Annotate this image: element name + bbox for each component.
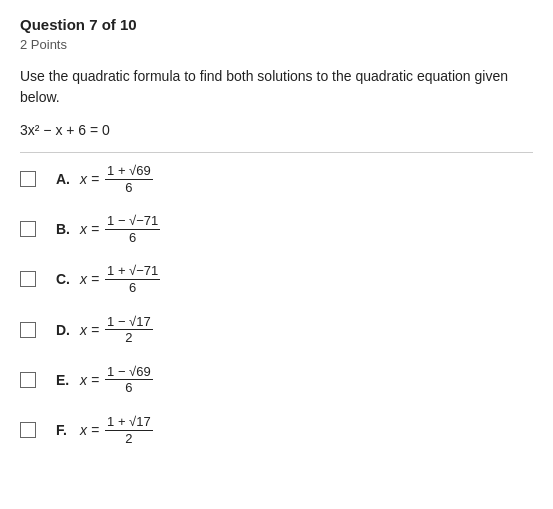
list-item: E. x = 1 − √69 6 (20, 364, 533, 396)
fraction-f: 1 + √17 2 (105, 414, 153, 446)
option-text-b: x = 1 − √−71 6 (80, 213, 160, 245)
list-item: F. x = 1 + √17 2 (20, 414, 533, 446)
numerator-f: 1 + √17 (105, 414, 153, 431)
fraction-a: 1 + √69 6 (105, 163, 153, 195)
checkbox-f[interactable] (20, 422, 36, 438)
x-equals-a: x = (80, 171, 99, 187)
points-label: 2 Points (20, 37, 533, 52)
x-equals-b: x = (80, 221, 99, 237)
option-label-b: B. (56, 221, 74, 237)
checkbox-a[interactable] (20, 171, 36, 187)
numerator-a: 1 + √69 (105, 163, 153, 180)
x-equals-d: x = (80, 322, 99, 338)
option-text-c: x = 1 + √−71 6 (80, 263, 160, 295)
divider (20, 152, 533, 153)
denominator-d: 2 (123, 330, 134, 346)
option-label-a: A. (56, 171, 74, 187)
denominator-b: 6 (127, 230, 138, 246)
fraction-c: 1 + √−71 6 (105, 263, 160, 295)
checkbox-e[interactable] (20, 372, 36, 388)
denominator-c: 6 (127, 280, 138, 296)
list-item: D. x = 1 − √17 2 (20, 314, 533, 346)
option-text-e: x = 1 − √69 6 (80, 364, 153, 396)
option-label-c: C. (56, 271, 74, 287)
option-label-e: E. (56, 372, 74, 388)
option-label-d: D. (56, 322, 74, 338)
denominator-e: 6 (123, 380, 134, 396)
option-label-f: F. (56, 422, 74, 438)
list-item: B. x = 1 − √−71 6 (20, 213, 533, 245)
options-list: A. x = 1 + √69 6 B. x = 1 − √−71 6 C. x … (20, 163, 533, 446)
fraction-b: 1 − √−71 6 (105, 213, 160, 245)
x-equals-c: x = (80, 271, 99, 287)
list-item: A. x = 1 + √69 6 (20, 163, 533, 195)
x-equals-e: x = (80, 372, 99, 388)
x-equals-f: x = (80, 422, 99, 438)
equation: 3x² − x + 6 = 0 (20, 122, 533, 138)
numerator-b: 1 − √−71 (105, 213, 160, 230)
denominator-a: 6 (123, 180, 134, 196)
fraction-e: 1 − √69 6 (105, 364, 153, 396)
checkbox-b[interactable] (20, 221, 36, 237)
list-item: C. x = 1 + √−71 6 (20, 263, 533, 295)
option-text-f: x = 1 + √17 2 (80, 414, 153, 446)
instructions: Use the quadratic formula to find both s… (20, 66, 533, 108)
numerator-c: 1 + √−71 (105, 263, 160, 280)
question-title: Question 7 of 10 (20, 16, 533, 33)
checkbox-c[interactable] (20, 271, 36, 287)
numerator-d: 1 − √17 (105, 314, 153, 331)
denominator-f: 2 (123, 431, 134, 447)
fraction-d: 1 − √17 2 (105, 314, 153, 346)
option-text-d: x = 1 − √17 2 (80, 314, 153, 346)
option-text-a: x = 1 + √69 6 (80, 163, 153, 195)
numerator-e: 1 − √69 (105, 364, 153, 381)
checkbox-d[interactable] (20, 322, 36, 338)
